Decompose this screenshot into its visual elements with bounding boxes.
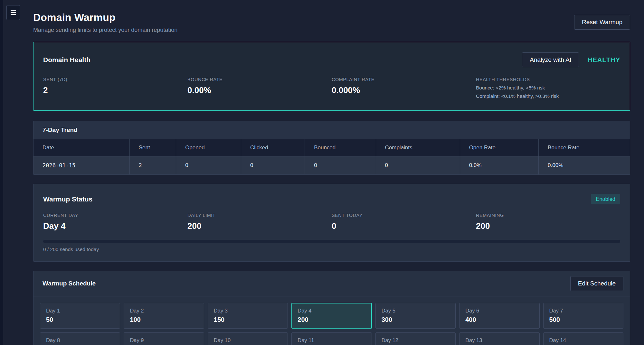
trend-table-row: 2026-01-15200000.0%0.00% bbox=[33, 156, 630, 175]
trend-title: 7-Day Trend bbox=[43, 126, 78, 134]
day-limit-value: 400 bbox=[465, 316, 533, 323]
trend-column-header: Bounce Rate bbox=[539, 139, 630, 156]
trend-table: DateSentOpenedClickedBouncedComplaintsOp… bbox=[33, 139, 630, 174]
trend-cell: 0 bbox=[241, 156, 305, 175]
complaint-threshold: Complaint: <0.1% healthy, >0.3% risk bbox=[476, 93, 620, 99]
day-label: Day 2 bbox=[130, 308, 198, 314]
day-limit-value: 100 bbox=[130, 316, 198, 323]
trend-header-row: DateSentOpenedClickedBouncedComplaintsOp… bbox=[33, 139, 630, 156]
analyze-with-ai-button[interactable]: Analyze with AI bbox=[522, 52, 579, 67]
trend-cell: 0 bbox=[376, 156, 460, 175]
trend-cell: 0.0% bbox=[460, 156, 538, 175]
schedule-grid-row-1: Day 150Day 2100Day 3150Day 4200Day 5300D… bbox=[40, 303, 623, 329]
page-title-block: Domain Warmup Manage sending limits to p… bbox=[33, 12, 177, 33]
day-limit-value: 200 bbox=[298, 316, 365, 323]
trend-column-header: Open Rate bbox=[460, 139, 538, 156]
schedule-day-cell: Day 6400 bbox=[459, 303, 539, 329]
schedule-day-cell: Day 101200 bbox=[208, 332, 288, 345]
stat-remaining: REMAINING 200 bbox=[476, 213, 620, 231]
day-limit-value: 500 bbox=[549, 316, 617, 323]
trend-cell: 0 bbox=[176, 156, 241, 175]
warmup-status-title: Warmup Status bbox=[43, 195, 92, 203]
schedule-day-cell: Day 111500 bbox=[291, 332, 372, 345]
schedule-day-cell: Day 3150 bbox=[208, 303, 288, 329]
day-label: Day 5 bbox=[382, 308, 450, 314]
day-limit-value: 50 bbox=[46, 316, 114, 323]
main-content: Domain Warmup Manage sending limits to p… bbox=[33, 0, 630, 345]
trend-cell: 0 bbox=[305, 156, 376, 175]
domain-health-card: Domain Health Analyze with AI HEALTHY SE… bbox=[33, 42, 630, 111]
day-limit-value: 150 bbox=[214, 316, 282, 323]
day-label: Day 1 bbox=[46, 308, 114, 314]
schedule-day-cell: Day 7500 bbox=[543, 303, 623, 329]
trend-cell: 2 bbox=[129, 156, 176, 175]
schedule-grid-row-2: Day 8700Day 9900Day 101200Day 111500Day … bbox=[40, 332, 623, 345]
schedule-day-cell: Day 14Unlimited bbox=[543, 332, 623, 345]
edit-schedule-button[interactable]: Edit Schedule bbox=[570, 276, 623, 291]
trend-cell: 0.00% bbox=[539, 156, 630, 175]
stat-daily-limit: DAILY LIMIT 200 bbox=[187, 213, 332, 231]
day-label: Day 9 bbox=[130, 337, 198, 343]
day-label: Day 14 bbox=[549, 337, 617, 343]
day-label: Day 10 bbox=[214, 337, 282, 343]
sends-progress-bar bbox=[43, 240, 620, 243]
schedule-day-cell: Day 9900 bbox=[124, 332, 204, 345]
sends-progress-caption: 0 / 200 sends used today bbox=[43, 247, 620, 252]
enabled-badge: Enabled bbox=[591, 194, 620, 204]
trend-column-header: Complaints bbox=[376, 139, 460, 156]
trend-column-header: Clicked bbox=[241, 139, 305, 156]
schedule-day-cell: Day 122000 bbox=[375, 332, 456, 345]
stat-sent-7d: SENT (7D) 2 bbox=[43, 77, 187, 99]
day-label: Day 11 bbox=[298, 337, 365, 343]
day-label: Day 3 bbox=[214, 308, 282, 314]
schedule-day-cell: Day 132500 bbox=[459, 332, 539, 345]
day-limit-value: 300 bbox=[382, 316, 450, 323]
trend-card: 7-Day Trend DateSentOpenedClickedBounced… bbox=[33, 121, 630, 175]
trend-cell: 2026-01-15 bbox=[33, 156, 129, 175]
warmup-status-card: Warmup Status Enabled CURRENT DAY Day 4 … bbox=[33, 184, 630, 262]
trend-column-header: Opened bbox=[176, 139, 241, 156]
day-label: Day 13 bbox=[465, 337, 533, 343]
schedule-day-cell: Day 5300 bbox=[375, 303, 456, 329]
page-subtitle: Manage sending limits to protect your do… bbox=[33, 27, 177, 33]
trend-column-header: Date bbox=[33, 139, 129, 156]
schedule-header: Warmup Schedule Edit Schedule bbox=[33, 271, 630, 296]
page-header: Domain Warmup Manage sending limits to p… bbox=[33, 12, 630, 33]
reset-warmup-button[interactable]: Reset Warmup bbox=[574, 15, 630, 30]
domain-health-title: Domain Health bbox=[43, 56, 90, 64]
trend-column-header: Bounced bbox=[305, 139, 376, 156]
day-label: Day 8 bbox=[46, 337, 114, 343]
stat-complaint-rate: COMPLAINT RATE 0.000% bbox=[332, 77, 476, 99]
schedule-day-cell-current: Day 4200 bbox=[291, 303, 372, 329]
domain-health-stats: SENT (7D) 2 BOUNCE RATE 0.00% COMPLAINT … bbox=[43, 77, 620, 99]
stat-sent-today: SENT TODAY 0 bbox=[332, 213, 476, 231]
trend-table-body: 2026-01-15200000.0%0.00% bbox=[33, 156, 630, 175]
schedule-day-cell: Day 2100 bbox=[124, 303, 204, 329]
day-label: Day 4 bbox=[298, 308, 365, 314]
schedule-day-cell: Day 8700 bbox=[40, 332, 120, 345]
health-thresholds: HEALTH THRESHOLDS Bounce: <2% healthy, >… bbox=[476, 77, 620, 99]
day-label: Day 12 bbox=[382, 337, 450, 343]
schedule-day-cell: Day 150 bbox=[40, 303, 120, 329]
stat-bounce-rate: BOUNCE RATE 0.00% bbox=[187, 77, 332, 99]
day-label: Day 7 bbox=[549, 308, 617, 314]
trend-header: 7-Day Trend bbox=[33, 121, 630, 139]
warmup-schedule-card: Warmup Schedule Edit Schedule Day 150Day… bbox=[33, 271, 630, 345]
day-label: Day 6 bbox=[465, 308, 533, 314]
stat-current-day: CURRENT DAY Day 4 bbox=[43, 213, 187, 231]
hamburger-icon bbox=[11, 10, 16, 15]
trend-column-header: Sent bbox=[129, 139, 176, 156]
schedule-title: Warmup Schedule bbox=[43, 280, 96, 287]
health-status-badge: HEALTHY bbox=[587, 56, 620, 64]
menu-button[interactable] bbox=[6, 5, 20, 20]
collapsed-sidebar bbox=[0, 0, 3, 345]
page-title: Domain Warmup bbox=[33, 12, 177, 23]
warmup-status-stats: CURRENT DAY Day 4 DAILY LIMIT 200 SENT T… bbox=[43, 213, 620, 231]
bounce-threshold: Bounce: <2% healthy, >5% risk bbox=[476, 85, 620, 91]
